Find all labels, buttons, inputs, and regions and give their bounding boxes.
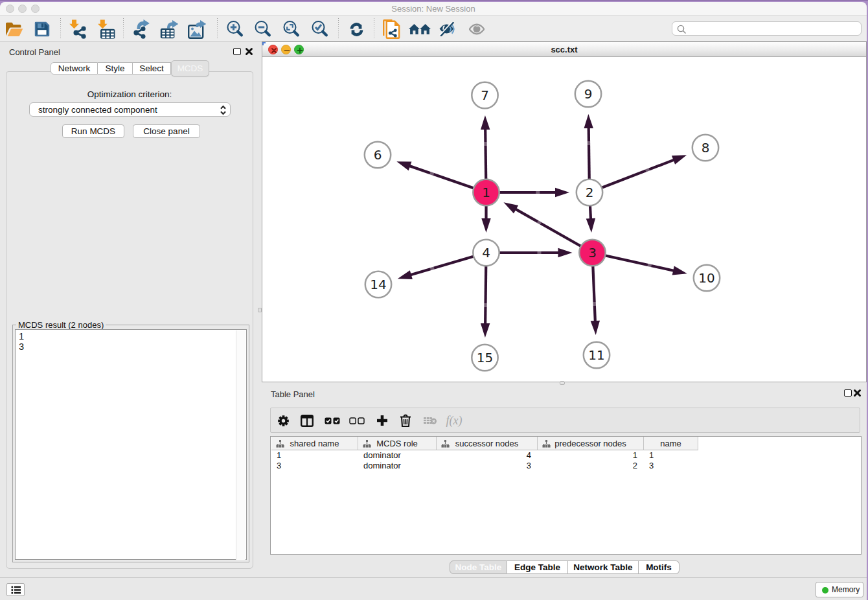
task-history-button[interactable]	[6, 583, 25, 596]
open-file-button[interactable]	[3, 18, 25, 40]
export-table-button[interactable]	[159, 18, 181, 40]
tab-network-table[interactable]: Network Table	[568, 560, 639, 574]
tab-network[interactable]: Network	[51, 62, 98, 75]
node-table: shared nameMCDS rolesuccessor nodesprede…	[270, 436, 862, 555]
tab-select[interactable]: Select	[133, 62, 171, 75]
tab-mcds[interactable]: MCDS	[171, 60, 209, 76]
export-network-button[interactable]	[131, 18, 153, 40]
memory-button[interactable]: Memory	[816, 582, 863, 597]
zoom-fit-icon	[282, 20, 301, 38]
table-cell[interactable]: 4	[437, 450, 538, 461]
horizontal-splitter-grip[interactable]	[560, 381, 565, 385]
tab-style[interactable]: Style	[98, 62, 133, 75]
refresh-layout-button[interactable]	[345, 18, 367, 40]
graph-node-4[interactable]: 4	[473, 240, 499, 266]
float-panel-icon[interactable]	[233, 48, 241, 55]
table-cell[interactable]: 2	[538, 461, 644, 471]
criterion-select[interactable]: strongly connected component	[29, 102, 231, 117]
import-network-button[interactable]	[68, 18, 90, 40]
column-header-successor-nodes[interactable]: successor nodes	[437, 437, 538, 450]
table-panel-title: Table Panel	[271, 389, 315, 399]
open-file-icon	[5, 21, 23, 37]
graph-node-15[interactable]: 15	[472, 345, 497, 371]
graph-node-8[interactable]: 8	[692, 135, 718, 161]
copy-network-button[interactable]	[381, 18, 403, 40]
graph-node-6[interactable]: 6	[365, 142, 391, 168]
export-image-button[interactable]	[187, 18, 209, 40]
deselect-all-button[interactable]	[347, 411, 367, 430]
table-row[interactable]: 1dominator411	[271, 450, 861, 461]
graph-node-2[interactable]: 2	[577, 179, 602, 205]
column-header-name[interactable]: name	[644, 437, 698, 450]
table-cell[interactable]: 3	[644, 461, 698, 471]
delete-column-button[interactable]	[396, 411, 415, 430]
tab-node-table[interactable]: Node Table	[450, 560, 507, 574]
refresh-layout-icon	[350, 23, 363, 36]
tab-edge-table[interactable]: Edge Table	[507, 560, 568, 574]
show-all-button[interactable]	[466, 18, 488, 40]
svg-text:14: 14	[370, 277, 386, 292]
column-header-predecessor-nodes[interactable]: predecessor nodes	[538, 437, 644, 450]
network-canvas[interactable]: 7968124314101511	[262, 57, 866, 382]
mcds-result-list[interactable]: 13	[15, 329, 247, 560]
graph-node-10[interactable]: 10	[694, 265, 720, 291]
deselect-all-icon	[349, 417, 365, 424]
add-column-button[interactable]	[372, 411, 392, 430]
mcds-result-group: MCDS result (2 nodes) 13	[12, 325, 249, 562]
table-cell[interactable]: 3	[271, 461, 358, 471]
search-input[interactable]	[672, 21, 862, 36]
close-panel-icon[interactable]	[245, 47, 253, 56]
zoom-out-button[interactable]	[252, 18, 274, 40]
save-session-button[interactable]	[31, 18, 53, 40]
column-header-MCDS-role[interactable]: MCDS role	[358, 437, 437, 450]
delete-table-button[interactable]	[420, 411, 440, 430]
close-panel-button[interactable]: Close panel	[133, 124, 200, 138]
graph-node-7[interactable]: 7	[472, 82, 497, 108]
tab-motifs[interactable]: Motifs	[639, 560, 680, 574]
export-network-icon	[133, 19, 150, 39]
float-table-panel-icon[interactable]	[844, 389, 852, 397]
table-cell[interactable]: 1	[271, 450, 358, 461]
graph-node-11[interactable]: 11	[584, 342, 610, 368]
mcds-result-item[interactable]: 1	[16, 332, 246, 342]
graph-edge-3-10[interactable]	[593, 253, 687, 275]
table-cell[interactable]: 1	[644, 450, 698, 461]
function-builder-button[interactable]: f(x)	[444, 411, 464, 430]
table-settings-button[interactable]	[273, 411, 293, 430]
run-mcds-button[interactable]: Run MCDS	[62, 124, 124, 138]
zoom-fit-button[interactable]	[280, 18, 303, 40]
graph-edge-1-6[interactable]	[396, 161, 486, 192]
hide-selected-button[interactable]	[437, 18, 459, 40]
table-cell[interactable]: dominator	[358, 450, 437, 461]
graph-node-9[interactable]: 9	[575, 81, 601, 107]
columns-icon	[301, 415, 314, 427]
mcds-result-item[interactable]: 3	[16, 342, 246, 352]
select-all-button[interactable]	[323, 411, 342, 430]
graph-edge-2-8[interactable]	[589, 155, 687, 192]
table-cell[interactable]: 1	[538, 450, 644, 461]
table-cell[interactable]: dominator	[358, 461, 437, 471]
import-table-button[interactable]	[96, 18, 118, 40]
graph-node-1[interactable]: 1	[473, 179, 499, 205]
column-header-shared-name[interactable]: shared name	[271, 437, 358, 450]
zoom-in-button[interactable]	[224, 18, 246, 40]
search-icon	[677, 25, 687, 34]
table-cell[interactable]: 3	[437, 461, 538, 471]
table-row[interactable]: 3dominator323	[271, 461, 861, 471]
graph-node-14[interactable]: 14	[365, 271, 391, 297]
edge-label-area	[588, 141, 591, 145]
close-table-panel-icon[interactable]	[853, 389, 862, 397]
zoom-selected-button[interactable]	[309, 18, 331, 40]
graph-edge-3-1[interactable]	[503, 202, 592, 253]
window-title: Session: New Session	[0, 4, 867, 14]
hide-eye-icon	[439, 22, 456, 36]
graph-node-3[interactable]: 3	[579, 240, 605, 266]
home-button[interactable]	[409, 18, 431, 40]
edge-label-area	[484, 303, 487, 307]
svg-text:9: 9	[584, 86, 593, 102]
show-eye-icon	[469, 23, 485, 35]
network-window-titlebar[interactable]: scc.txt	[262, 42, 866, 57]
table-columns-button[interactable]	[297, 411, 317, 430]
scrollbar-track[interactable]	[236, 330, 246, 560]
svg-text:10: 10	[698, 270, 714, 286]
